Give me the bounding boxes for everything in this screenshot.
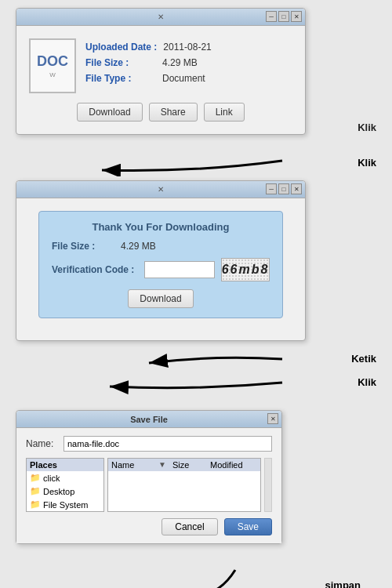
places-header: Places [27,459,103,471]
download-button-2[interactable]: Download [128,289,193,308]
window1-controls: ─ □ ✕ [266,11,302,22]
sort-icon: ▼ [158,460,166,470]
file-icon: DOC W [29,38,76,93]
save-title: Save File [130,415,168,424]
window2-titlebar: ✕ ─ □ ✕ [16,181,305,198]
window2-controls: ─ □ ✕ [266,183,302,194]
folder-icon-desktop: 📁 [30,486,41,496]
doc-icon-sub: W [49,71,56,78]
places-item-desktop[interactable]: 📁 Desktop [27,485,103,498]
file-size-label: File Size : [85,57,156,68]
klik-label-1: Klik [358,122,376,133]
close-btn-2[interactable]: ✕ [291,183,302,194]
file-details: Uploaded Date : 2011-08-21 File Size : 4… [85,38,212,93]
files-col-modified: Modified [210,460,257,470]
close-icon-2[interactable]: ✕ [158,185,164,194]
uploaded-date-row: Uploaded Date : 2011-08-21 [85,42,212,53]
save-button[interactable]: Save [224,518,272,535]
arrow-1 [39,153,290,176]
scrollbar[interactable] [264,458,272,512]
klik-label-1b: Klik [358,157,376,169]
cancel-button[interactable]: Cancel [162,518,217,535]
save-actions: Cancel Save [26,518,272,535]
share-button[interactable]: Share [149,103,198,122]
files-col-name: Name [111,460,152,470]
files-header: Name ▼ Size Modified [108,459,260,471]
window2-body: Thank You For Downloading File Size : 4.… [16,198,305,340]
files-col-size: Size [172,460,204,470]
maximize-btn[interactable]: □ [278,11,289,22]
download-panel: Thank You For Downloading File Size : 4.… [38,211,283,318]
folder-icon-click: 📁 [30,473,41,483]
arrow-simpan [63,564,282,588]
save-browser: Places 📁 click 📁 Desktop 📁 File System [26,458,272,512]
save-body: Name: Places 📁 click 📁 Desktop 📁 [16,428,281,543]
arrow-ketik [39,351,290,375]
name-label: Name: [26,438,57,449]
download-filesize-row: File Size : 4.29 MB [52,241,270,252]
file-size-value: 4.29 MB [162,57,198,68]
folder-icon-filesystem: 📁 [30,499,41,510]
download-title: Thank You For Downloading [52,221,270,233]
link-button[interactable]: Link [204,103,245,122]
window1-body: DOC W Uploaded Date : 2011-08-21 File Si… [16,26,305,134]
uploaded-date-label: Uploaded Date : [85,42,157,53]
file-type-label: File Type : [85,73,156,84]
klik-label-2: Klik [358,376,376,388]
places-panel: Places 📁 click 📁 Desktop 📁 File System [26,458,104,512]
download-filesize-label: File Size : [52,241,114,252]
places-item-click[interactable]: 📁 click [27,471,103,485]
doc-icon: DOC [37,53,68,70]
file-info-window: ✕ ─ □ ✕ DOC W Uploaded Date : 2011-08-21 [16,8,306,135]
close-btn[interactable]: ✕ [291,11,302,22]
places-item-desktop-label: Desktop [43,487,74,496]
captcha-text: 66mb8 [222,263,270,277]
captcha-image: 66mb8 [221,258,270,281]
files-panel: Name ▼ Size Modified [107,458,261,512]
window1-titlebar: ✕ ─ □ ✕ [16,9,305,26]
download-window: ✕ ─ □ ✕ Thank You For Downloading File S… [16,180,306,341]
maximize-btn-2[interactable]: □ [278,183,289,194]
save-name-row: Name: [26,436,272,452]
close-icon[interactable]: ✕ [158,13,164,21]
save-close-btn[interactable]: ✕ [267,413,278,424]
save-file-dialog: Save File ✕ Name: Places 📁 click 📁 [16,410,282,544]
minimize-btn[interactable]: ─ [266,11,277,22]
places-item-click-label: click [43,474,60,483]
download-button[interactable]: Download [77,103,142,122]
file-info-row: DOC W Uploaded Date : 2011-08-21 File Si… [29,38,292,93]
filename-input[interactable] [64,436,272,452]
download-filesize-value: 4.29 MB [121,241,156,252]
verification-input[interactable] [144,261,215,278]
arrow-klik2 [39,375,290,398]
action-buttons: Download Share Link [29,103,292,122]
file-size-row: File Size : 4.29 MB [85,57,212,68]
simpan-label: simpan [325,579,361,588]
places-item-filesystem[interactable]: 📁 File System [27,498,103,511]
uploaded-date-value: 2011-08-21 [163,42,211,53]
ketik-label: Ketik [351,353,376,365]
file-type-row: File Type : Document [85,73,212,84]
minimize-btn-2[interactable]: ─ [266,183,277,194]
file-type-value: Document [162,73,205,84]
save-controls: ✕ [267,413,278,424]
verification-label: Verification Code : [52,264,138,275]
save-titlebar: Save File ✕ [16,411,281,428]
download-btn-row: Download [52,289,270,308]
captcha-area: Verification Code : 66mb8 [52,258,270,281]
places-item-filesystem-label: File System [43,500,88,510]
